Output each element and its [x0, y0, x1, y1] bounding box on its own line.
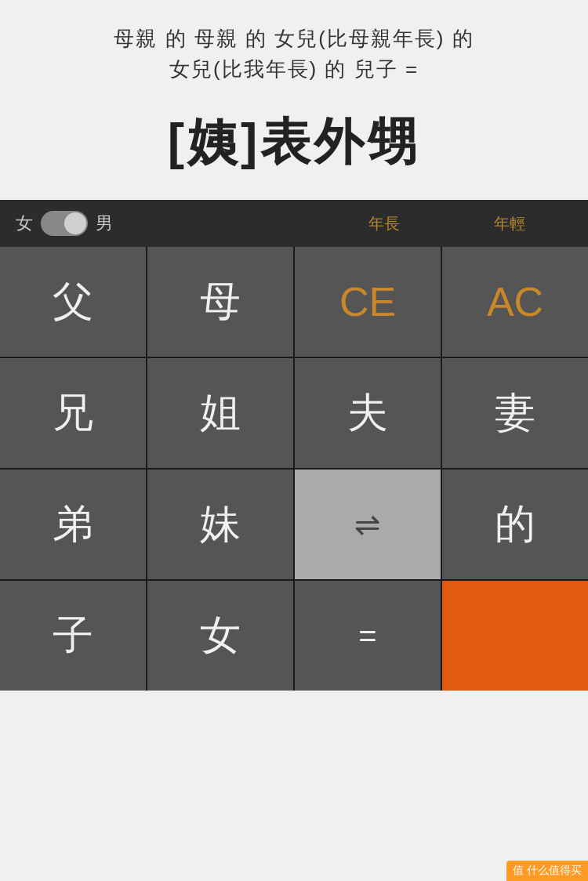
key-father[interactable]: 父	[0, 247, 146, 357]
keyboard-header: 女 男 年長 年輕	[0, 200, 588, 247]
keyboard: 女 男 年長 年輕 父 母 CE AC 兄 姐 夫 妻 弟 妹 ⇌ 的 子 女 …	[0, 200, 588, 691]
key-orange-action[interactable]	[442, 581, 588, 691]
result-text: [姨]表外甥	[16, 108, 572, 176]
keyboard-grid: 父 母 CE AC 兄 姐 夫 妻 弟 妹 ⇌ 的 子 女 =	[0, 247, 588, 691]
key-elder-brother[interactable]: 兄	[0, 358, 146, 468]
watermark-icon: 值	[513, 864, 524, 878]
watermark: 值 什么值得买	[506, 861, 588, 881]
description-text: 母親 的 母親 的 女兒(比母親年長) 的女兒(比我年長) 的 兒子 =	[31, 24, 557, 85]
key-wife[interactable]: 妻	[442, 358, 588, 468]
key-daughter[interactable]: 女	[147, 581, 293, 691]
gender-label-male: 男	[96, 212, 113, 235]
key-de[interactable]: 的	[442, 470, 588, 579]
key-swap[interactable]: ⇌	[295, 470, 441, 579]
result-area: [姨]表外甥	[0, 100, 588, 200]
gender-toggle[interactable]	[41, 211, 88, 236]
header-younger-label: 年輕	[447, 213, 572, 234]
key-younger-sister[interactable]: 妹	[147, 470, 293, 579]
watermark-text: 什么值得买	[527, 864, 582, 878]
key-son[interactable]: 子	[0, 581, 146, 691]
key-ac[interactable]: AC	[442, 247, 588, 357]
header-older-label: 年長	[321, 213, 447, 234]
key-mother[interactable]: 母	[147, 247, 293, 357]
gender-label-female: 女	[16, 212, 33, 235]
key-ce[interactable]: CE	[295, 247, 441, 357]
key-elder-sister[interactable]: 姐	[147, 358, 293, 468]
key-younger-brother[interactable]: 弟	[0, 470, 146, 579]
description-area: 母親 的 母親 的 女兒(比母親年長) 的女兒(比我年長) 的 兒子 =	[0, 0, 588, 100]
key-husband[interactable]: 夫	[295, 358, 441, 468]
key-equals[interactable]: =	[295, 581, 441, 691]
toggle-thumb	[64, 212, 86, 234]
